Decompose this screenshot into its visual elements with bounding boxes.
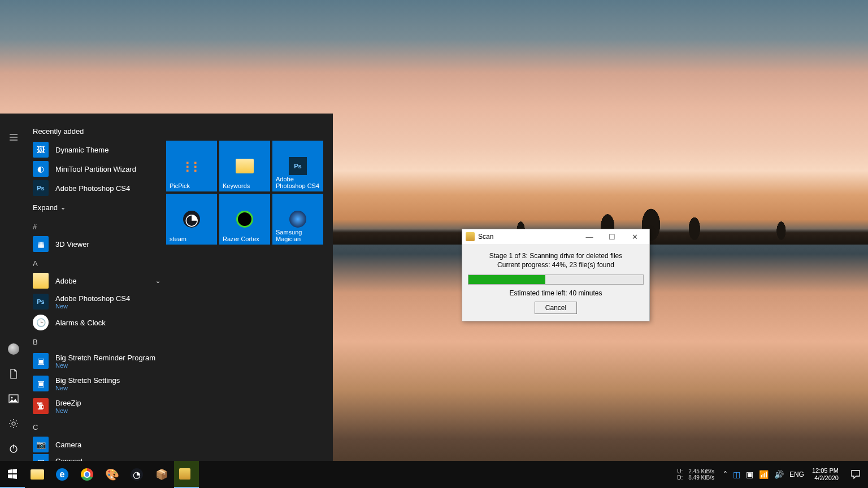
- start-button[interactable]: [0, 461, 25, 488]
- tile-razer-cortex[interactable]: Razer Cortex: [219, 194, 270, 245]
- action-center-button[interactable]: [843, 461, 868, 488]
- system-tray: ˄ ◫ ▣ 📶 🔊 ENG: [720, 470, 808, 479]
- app-label: Big Stretch Reminder Program: [55, 354, 155, 362]
- user-avatar-icon: [8, 343, 19, 355]
- start-menu: Recently added 🖼 Dynamic Theme ◐ MiniToo…: [0, 114, 333, 461]
- folder-adobe[interactable]: Adobe ⌄: [27, 271, 166, 290]
- progress-fill: [468, 275, 545, 284]
- scan-body: Stage 1 of 3: Scanning drive for deleted…: [462, 244, 649, 321]
- dynamic-theme-icon: 🖼: [33, 142, 49, 158]
- folder-icon: [236, 159, 254, 173]
- tray-language[interactable]: ENG: [789, 470, 804, 478]
- power-icon: [8, 443, 19, 454]
- tray-volume-icon[interactable]: 🔊: [774, 470, 784, 479]
- letter-c[interactable]: C: [27, 417, 166, 435]
- taskbar-clock[interactable]: 12:05 PM 4/2/2020: [808, 467, 843, 482]
- box-icon: 📦: [155, 468, 168, 481]
- scan-eta: Estimated time left: 40 minutes: [468, 289, 644, 297]
- app-sub-new: New: [55, 362, 155, 369]
- upload-value: 2.45 KiB/s: [688, 468, 714, 474]
- power-button[interactable]: [0, 436, 27, 461]
- app-dynamic-theme[interactable]: 🖼 Dynamic Theme: [27, 140, 166, 159]
- taskbar: e 🎨 ◔ 📦 U:2.45 KiB/s D:8.49 KiB/s ˄ ◫ ▣ …: [0, 461, 868, 488]
- expand-recently-added[interactable]: Expand ⌄: [27, 198, 166, 217]
- scan-stage-text: Stage 1 of 3: Scanning drive for deleted…: [468, 252, 644, 260]
- big-stretch-settings-icon: ▣: [33, 376, 49, 391]
- taskbar-edge[interactable]: e: [50, 461, 75, 488]
- cancel-button[interactable]: Cancel: [535, 302, 577, 314]
- scan-titlebar[interactable]: Scan — ☐ ✕: [462, 229, 649, 244]
- taskbar-steam[interactable]: ◔: [124, 461, 149, 488]
- windows-icon: [7, 469, 18, 479]
- app-camera[interactable]: 📷 Camera: [27, 435, 166, 454]
- razer-icon: [236, 211, 253, 228]
- recuva-icon: [466, 232, 475, 241]
- pictures-button[interactable]: [0, 386, 27, 411]
- app-label: Big Stretch Settings: [55, 376, 120, 385]
- app-big-stretch-settings[interactable]: ▣ Big Stretch Settings New: [27, 372, 166, 395]
- picpick-icon: ⫶⫶: [184, 157, 199, 176]
- app-sub-new: New: [55, 303, 130, 310]
- tray-security-icon[interactable]: ▣: [746, 470, 753, 479]
- app-label: Adobe Photoshop CS4: [55, 184, 130, 193]
- steam-icon: ◔: [131, 468, 143, 481]
- close-button[interactable]: ✕: [623, 229, 646, 244]
- app-breezip[interactable]: 🗜 BreeZip New: [27, 395, 166, 417]
- svg-point-2: [12, 422, 15, 425]
- folder-icon: [31, 469, 44, 480]
- tile-steam[interactable]: ◔ steam: [166, 194, 217, 245]
- app-photoshop-cs4[interactable]: Ps Adobe Photoshop CS4: [27, 178, 166, 198]
- app-label: MiniTool Partition Wizard: [55, 165, 136, 173]
- chrome-icon: [81, 468, 93, 481]
- app-sub-new: New: [55, 385, 120, 391]
- app-3d-viewer[interactable]: ▦ 3D Viewer: [27, 234, 166, 254]
- account-button[interactable]: [0, 337, 27, 361]
- tile-keywords[interactable]: Keywords: [219, 141, 270, 191]
- recently-added-header: Recently added: [27, 124, 166, 140]
- photoshop-icon: Ps: [33, 294, 49, 310]
- app-label: Dynamic Theme: [55, 146, 108, 154]
- tray-chevron-icon[interactable]: ˄: [723, 470, 727, 479]
- tile-picpick[interactable]: ⫶⫶ PicPick: [166, 141, 217, 191]
- document-icon: [9, 369, 18, 379]
- scan-progress-text: Current progress: 44%, 23 file(s) found: [468, 261, 644, 269]
- connect-icon: ▭: [33, 454, 49, 461]
- app-connect[interactable]: ▭ Connect: [27, 454, 166, 461]
- samsung-icon: [289, 211, 306, 228]
- edge-icon: e: [56, 468, 68, 481]
- letter-hash[interactable]: #: [27, 217, 166, 234]
- taskbar-app-generic[interactable]: 📦: [149, 461, 174, 488]
- settings-button[interactable]: [0, 411, 27, 436]
- clock-date: 4/2/2020: [812, 474, 839, 482]
- app-big-stretch-reminder[interactable]: ▣ Big Stretch Reminder Program New: [27, 350, 166, 372]
- hamburger-button[interactable]: [0, 125, 27, 150]
- clock-icon: 🕒: [33, 315, 49, 330]
- app-minitool-partition[interactable]: ◐ MiniTool Partition Wizard: [27, 159, 166, 178]
- chevron-down-icon: ⌄: [155, 277, 160, 285]
- tile-photoshop[interactable]: Ps Adobe Photoshop CS4: [272, 141, 323, 191]
- camera-icon: 📷: [33, 437, 49, 452]
- download-label: D:: [677, 474, 683, 481]
- maximize-button[interactable]: ☐: [601, 229, 623, 244]
- tray-wifi-icon[interactable]: 📶: [759, 470, 769, 479]
- taskbar-chrome[interactable]: [75, 461, 99, 488]
- gear-icon: [8, 419, 19, 429]
- tray-sync-icon[interactable]: ◫: [733, 470, 740, 479]
- scan-title: Scan: [478, 233, 578, 241]
- folder-icon: [33, 273, 49, 289]
- clock-time: 12:05 PM: [812, 467, 839, 474]
- app-photoshop-cs4-a[interactable]: Ps Adobe Photoshop CS4 New: [27, 290, 166, 313]
- tile-samsung-magician[interactable]: Samsung Magician: [272, 194, 323, 245]
- tile-label: PicPick: [170, 182, 215, 189]
- letter-b[interactable]: B: [27, 332, 166, 350]
- minimize-button[interactable]: —: [578, 229, 601, 244]
- tile-label: Razer Cortex: [223, 236, 268, 242]
- taskbar-recuva[interactable]: [174, 461, 199, 488]
- app-alarms-clock[interactable]: 🕒 Alarms & Clock: [27, 313, 166, 332]
- taskbar-paint[interactable]: 🎨: [99, 461, 124, 488]
- letter-a[interactable]: A: [27, 254, 166, 271]
- network-stats: U:2.45 KiB/s D:8.49 KiB/s: [677, 468, 714, 481]
- app-label: 3D Viewer: [55, 240, 89, 249]
- documents-button[interactable]: [0, 361, 27, 386]
- taskbar-file-explorer[interactable]: [25, 461, 50, 488]
